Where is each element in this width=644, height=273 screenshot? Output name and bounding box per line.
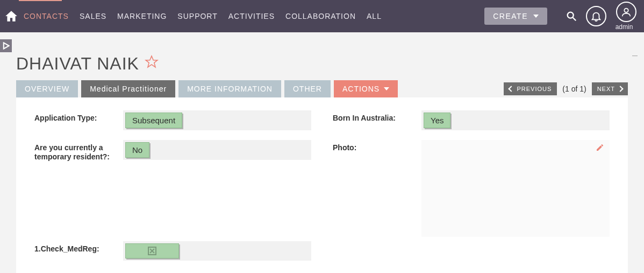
field-born-in-australia: Born In Australia: Yes — [333, 110, 610, 130]
tabs-row: OVERVIEW Medical Practitioner MORE INFOR… — [16, 80, 628, 97]
edit-pencil-icon[interactable] — [596, 143, 604, 154]
favorite-star-icon[interactable] — [145, 55, 159, 69]
checkbox-x-icon — [148, 247, 156, 255]
label-application-type: Application Type: — [34, 110, 123, 123]
field-application-type: Application Type: Subsequent — [34, 110, 311, 130]
next-label: NEXT — [597, 86, 615, 92]
nav-all[interactable]: ALL — [367, 12, 382, 20]
pill-application-type: Subsequent — [125, 113, 182, 128]
previous-label: PREVIOUS — [517, 86, 552, 92]
tab-actions-label: ACTIONS — [342, 85, 380, 93]
svg-point-2 — [624, 9, 628, 12]
tabs: OVERVIEW Medical Practitioner MORE INFOR… — [16, 80, 398, 97]
detail-panel: Application Type: Subsequent Are you cur… — [16, 97, 628, 273]
create-label: CREATE — [493, 12, 528, 20]
pill-check-medreg — [125, 243, 179, 258]
user-menu[interactable]: admin — [612, 2, 636, 31]
pager: PREVIOUS (1 of 1) NEXT — [504, 82, 628, 95]
nav-collaboration[interactable]: COLLABORATION — [285, 12, 356, 20]
tab-other[interactable]: OTHER — [284, 80, 331, 97]
value-area-temporary-resident[interactable]: No — [123, 140, 311, 160]
collapse-icon[interactable]: – — [632, 50, 638, 61]
field-photo: Photo: — [333, 140, 610, 237]
tab-overview[interactable]: OVERVIEW — [16, 80, 78, 97]
svg-line-1 — [573, 18, 576, 21]
svg-point-0 — [568, 12, 574, 18]
home-icon[interactable] — [4, 9, 18, 23]
right-column: Born In Australia: Yes Photo: — [333, 110, 610, 270]
field-temporary-resident: Are you currently a temporary resident?:… — [34, 140, 311, 162]
page: DHAIVAT NAIK OVERVIEW Medical Practition… — [0, 54, 644, 273]
create-button[interactable]: CREATE — [484, 8, 547, 25]
nav-marketing[interactable]: MARKETING — [117, 12, 167, 20]
notifications-icon[interactable] — [586, 6, 606, 26]
value-area-check-medreg[interactable] — [123, 241, 311, 261]
svg-marker-3 — [4, 43, 9, 48]
svg-marker-4 — [146, 56, 158, 67]
title-row: DHAIVAT NAIK — [16, 54, 628, 74]
user-label: admin — [616, 23, 633, 31]
label-photo: Photo: — [333, 140, 421, 152]
tab-more-information[interactable]: MORE INFORMATION — [178, 80, 281, 97]
topbar-accent-strip — [19, 0, 62, 1]
topbar: CONTACTS SALES MARKETING SUPPORT ACTIVIT… — [0, 0, 644, 32]
tab-actions[interactable]: ACTIONS — [334, 80, 398, 97]
search-icon[interactable] — [561, 6, 582, 26]
nav-support[interactable]: SUPPORT — [177, 12, 217, 20]
label-born-in-australia: Born In Australia: — [333, 110, 421, 123]
nav-activities[interactable]: ACTIVITIES — [228, 12, 275, 20]
pill-born-in-australia: Yes — [424, 113, 450, 128]
label-check-medreg: 1.Check_MedReg: — [34, 241, 123, 254]
nav-sales[interactable]: SALES — [80, 12, 106, 20]
page-title: DHAIVAT NAIK — [16, 54, 139, 74]
next-button[interactable]: NEXT — [592, 82, 628, 95]
chevron-left-icon — [509, 86, 514, 92]
left-column: Application Type: Subsequent Are you cur… — [34, 110, 311, 270]
field-check-medreg: 1.Check_MedReg: — [34, 241, 311, 261]
nav-contacts[interactable]: CONTACTS — [24, 12, 69, 20]
value-area-application-type[interactable]: Subsequent — [123, 110, 311, 130]
primary-nav: CONTACTS SALES MARKETING SUPPORT ACTIVIT… — [24, 12, 382, 20]
previous-button[interactable]: PREVIOUS — [504, 82, 557, 95]
value-area-born-in-australia[interactable]: Yes — [421, 110, 610, 130]
chevron-right-icon — [617, 86, 623, 92]
caret-down-icon — [533, 15, 539, 18]
pill-temporary-resident: No — [125, 142, 149, 158]
pager-count: (1 of 1) — [562, 85, 586, 93]
label-temporary-resident: Are you currently a temporary resident?: — [34, 140, 123, 162]
user-icon — [616, 2, 636, 22]
side-panel-toggle[interactable] — [0, 39, 12, 52]
photo-placeholder[interactable] — [421, 140, 610, 237]
caret-down-icon — [384, 87, 389, 90]
tab-medical-practitioner[interactable]: Medical Practitioner — [81, 80, 175, 97]
